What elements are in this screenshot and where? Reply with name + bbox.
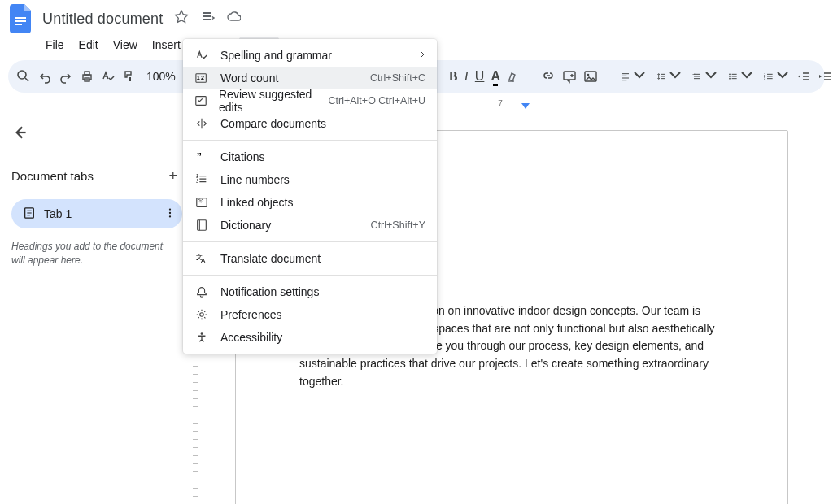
text-color-button[interactable]: A xyxy=(491,65,500,88)
menu-item-label: Accessibility xyxy=(220,331,282,344)
docs-logo[interactable] xyxy=(7,4,36,33)
menu-separator xyxy=(183,140,437,141)
menu-item-label: Spelling and grammar xyxy=(220,49,332,62)
tools-item-citations[interactable]: Citations xyxy=(183,146,437,168)
bulleted-list-button[interactable] xyxy=(725,65,754,88)
tools-item-spelling-and-grammar[interactable]: Spelling and grammar xyxy=(183,44,437,67)
menu-item-label: Review suggested edits xyxy=(219,88,317,114)
dictionary-icon xyxy=(194,218,209,232)
tools-item-translate-document[interactable]: Translate document xyxy=(183,247,437,270)
compare-icon xyxy=(194,116,209,131)
document-tab-label: Tab 1 xyxy=(44,207,72,220)
menu-item-label: Translate document xyxy=(220,252,321,265)
menu-item-shortcut: Ctrl+Alt+O Ctrl+Alt+U xyxy=(329,95,425,106)
bell-icon xyxy=(194,285,209,299)
wordcount-icon xyxy=(194,71,209,85)
undo-icon[interactable] xyxy=(37,65,52,88)
menu-view[interactable]: View xyxy=(107,37,144,53)
highlight-button[interactable] xyxy=(507,65,521,88)
accessibility-icon xyxy=(194,330,209,345)
sidebar: Document tabs + Tab 1 Headings you add t… xyxy=(0,114,189,504)
tools-item-word-count[interactable]: Word countCtrl+Shift+C xyxy=(183,67,437,89)
tools-item-dictionary[interactable]: DictionaryCtrl+Shift+Y xyxy=(183,214,437,237)
increase-indent-button[interactable] xyxy=(818,65,832,88)
menu-edit[interactable]: Edit xyxy=(72,37,105,53)
gear-icon xyxy=(194,307,209,322)
numbered-list-button[interactable] xyxy=(761,65,790,88)
cloud-status-icon[interactable] xyxy=(226,10,241,28)
document-title[interactable]: Untitled document xyxy=(42,11,163,28)
paint-format-icon[interactable] xyxy=(122,65,137,88)
align-button[interactable] xyxy=(617,65,647,88)
menu-item-label: Preferences xyxy=(220,308,281,321)
svg-rect-33 xyxy=(15,20,26,22)
tools-item-line-numbers[interactable]: Line numbers xyxy=(183,168,437,191)
submenu-arrow-icon xyxy=(419,49,425,62)
tools-menu-dropdown: Spelling and grammarWord countCtrl+Shift… xyxy=(183,39,437,354)
tools-item-accessibility[interactable]: Accessibility xyxy=(183,326,437,349)
checklist-button[interactable] xyxy=(689,65,718,88)
move-icon[interactable] xyxy=(200,10,215,28)
menu-file[interactable]: File xyxy=(39,37,71,53)
menu-separator xyxy=(183,241,437,242)
print-icon[interactable] xyxy=(80,65,94,88)
line-spacing-button[interactable] xyxy=(653,65,683,88)
linenumbers-icon xyxy=(194,172,209,187)
add-tab-button[interactable]: + xyxy=(168,167,177,185)
menu-insert[interactable]: Insert xyxy=(146,37,187,53)
bold-button[interactable]: B xyxy=(449,65,458,88)
star-icon[interactable] xyxy=(174,10,189,28)
tools-item-preferences[interactable]: Preferences xyxy=(183,303,437,326)
document-tab-icon xyxy=(23,206,36,222)
insert-link-icon[interactable] xyxy=(541,65,556,88)
menu-item-label: Compare documents xyxy=(220,117,326,130)
tools-item-linked-objects[interactable]: Linked objects xyxy=(183,191,437,214)
menu-separator xyxy=(183,275,437,276)
svg-rect-34 xyxy=(15,24,22,25)
menu-item-label: Citations xyxy=(220,150,264,163)
tools-item-compare-documents[interactable]: Compare documents xyxy=(183,112,437,135)
menu-item-shortcut: Ctrl+Shift+C xyxy=(370,72,425,84)
document-tab[interactable]: Tab 1 xyxy=(11,199,182,228)
decrease-indent-button[interactable] xyxy=(796,65,811,88)
menu-item-label: Linked objects xyxy=(220,196,294,209)
sidebar-hint: Headings you add to the document will ap… xyxy=(11,240,182,267)
linked-icon xyxy=(194,195,209,210)
add-comment-icon[interactable] xyxy=(562,65,577,88)
underline-button[interactable]: U xyxy=(475,65,485,88)
spellcheck-icon xyxy=(194,48,209,63)
back-arrow-icon[interactable] xyxy=(11,124,182,145)
menu-item-label: Word count xyxy=(220,72,278,85)
italic-button[interactable]: I xyxy=(464,65,468,88)
translate-icon xyxy=(194,251,209,266)
zoom-select[interactable]: 100% xyxy=(143,70,179,83)
tools-item-review-suggested-edits[interactable]: Review suggested editsCtrl+Alt+O Ctrl+Al… xyxy=(183,89,437,112)
tools-item-notification-settings[interactable]: Notification settings xyxy=(183,280,437,303)
menu-item-label: Line numbers xyxy=(220,173,290,186)
ruler-label: 7 xyxy=(498,99,503,108)
sidebar-title: Document tabs xyxy=(11,169,94,183)
tab-more-icon[interactable] xyxy=(168,206,172,222)
indent-marker-icon[interactable] xyxy=(521,102,530,112)
svg-rect-32 xyxy=(15,17,26,19)
spellcheck-icon[interactable] xyxy=(101,65,116,88)
review-icon xyxy=(194,93,207,108)
menu-item-shortcut: Ctrl+Shift+Y xyxy=(371,219,425,231)
insert-image-icon[interactable] xyxy=(583,65,598,88)
redo-icon[interactable] xyxy=(59,65,73,88)
menu-item-label: Notification settings xyxy=(220,285,319,298)
search-menus-icon[interactable] xyxy=(16,65,31,88)
citations-icon xyxy=(194,150,209,164)
menu-item-label: Dictionary xyxy=(220,219,271,232)
